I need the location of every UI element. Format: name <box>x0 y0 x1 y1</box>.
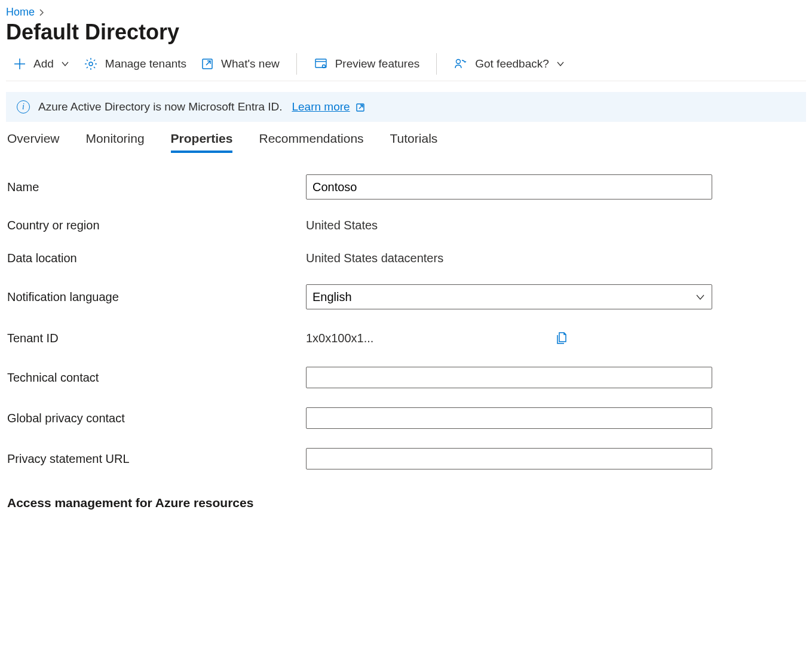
technical-contact-input[interactable] <box>306 367 712 388</box>
manage-tenants-label: Manage tenants <box>105 57 186 70</box>
info-bar-text: Azure Active Directory is now Microsoft … <box>38 100 365 113</box>
copy-icon <box>555 331 568 345</box>
chevron-down-icon <box>556 60 565 68</box>
data-location-label: Data location <box>7 251 306 265</box>
tab-tutorials[interactable]: Tutorials <box>390 131 438 153</box>
technical-contact-label: Technical contact <box>7 371 306 385</box>
properties-form: Name Country or region United States Dat… <box>6 174 806 469</box>
breadcrumb: Home <box>6 6 806 19</box>
global-privacy-contact-label: Global privacy contact <box>7 412 306 425</box>
country-label: Country or region <box>7 219 306 232</box>
plus-icon <box>13 57 26 70</box>
toolbar-separator <box>436 53 437 75</box>
whats-new-label: What's new <box>221 57 280 70</box>
toolbar-separator <box>296 53 297 75</box>
tab-overview[interactable]: Overview <box>7 131 60 153</box>
copy-tenant-id-button[interactable] <box>553 329 571 348</box>
privacy-statement-url-label: Privacy statement URL <box>7 452 306 466</box>
tab-monitoring[interactable]: Monitoring <box>86 131 145 153</box>
got-feedback-label: Got feedback? <box>475 57 549 70</box>
form-row-country: Country or region United States <box>7 219 806 232</box>
tab-properties[interactable]: Properties <box>171 131 233 153</box>
notification-language-select[interactable]: English <box>306 284 712 309</box>
form-row-global-privacy-contact: Global privacy contact <box>7 407 806 429</box>
country-value: United States <box>306 219 378 232</box>
manage-tenants-button[interactable]: Manage tenants <box>76 54 194 73</box>
access-management-heading: Access management for Azure resources <box>6 496 806 510</box>
global-privacy-contact-input[interactable] <box>306 407 712 429</box>
breadcrumb-home-link[interactable]: Home <box>6 6 35 19</box>
form-row-technical-contact: Technical contact <box>7 367 806 388</box>
preview-icon <box>314 57 328 71</box>
tenant-id-label: Tenant ID <box>7 332 306 345</box>
tab-recommendations[interactable]: Recommendations <box>259 131 363 153</box>
info-bar-message: Azure Active Directory is now Microsoft … <box>38 100 283 113</box>
preview-features-label: Preview features <box>335 57 420 70</box>
got-feedback-button[interactable]: Got feedback? <box>446 54 572 73</box>
add-label: Add <box>33 57 54 70</box>
gear-icon <box>84 57 98 71</box>
info-bar: i Azure Active Directory is now Microsof… <box>6 92 806 122</box>
tabs: Overview Monitoring Properties Recommend… <box>6 131 806 153</box>
whats-new-button[interactable]: What's new <box>194 55 287 73</box>
chevron-right-icon <box>38 9 45 16</box>
form-row-tenant-id: Tenant ID 1x0x100x1... <box>7 329 806 348</box>
open-external-icon <box>201 57 214 70</box>
form-row-notification-language: Notification language English <box>7 284 806 309</box>
data-location-value: United States datacenters <box>306 251 443 265</box>
svg-point-0 <box>89 62 93 66</box>
add-button[interactable]: Add <box>6 55 76 73</box>
toolbar: Add Manage tenants What's new <box>6 53 806 81</box>
name-label: Name <box>7 180 306 194</box>
chevron-down-icon <box>61 60 69 68</box>
preview-features-button[interactable]: Preview features <box>307 54 427 73</box>
form-row-privacy-statement-url: Privacy statement URL <box>7 448 806 469</box>
svg-point-4 <box>456 60 461 64</box>
form-row-name: Name <box>7 174 806 199</box>
name-input[interactable] <box>306 174 712 199</box>
page-title: Default Directory <box>6 20 806 45</box>
privacy-statement-url-input[interactable] <box>306 448 712 469</box>
form-row-data-location: Data location United States datacenters <box>7 251 806 265</box>
info-icon: i <box>17 100 30 113</box>
tenant-id-value: 1x0x100x1... <box>306 332 373 345</box>
info-bar-learn-more-link[interactable]: Learn more <box>292 100 350 113</box>
external-link-icon <box>356 103 365 112</box>
feedback-icon <box>454 57 468 71</box>
notification-language-label: Notification language <box>7 290 306 304</box>
svg-rect-2 <box>315 59 326 67</box>
